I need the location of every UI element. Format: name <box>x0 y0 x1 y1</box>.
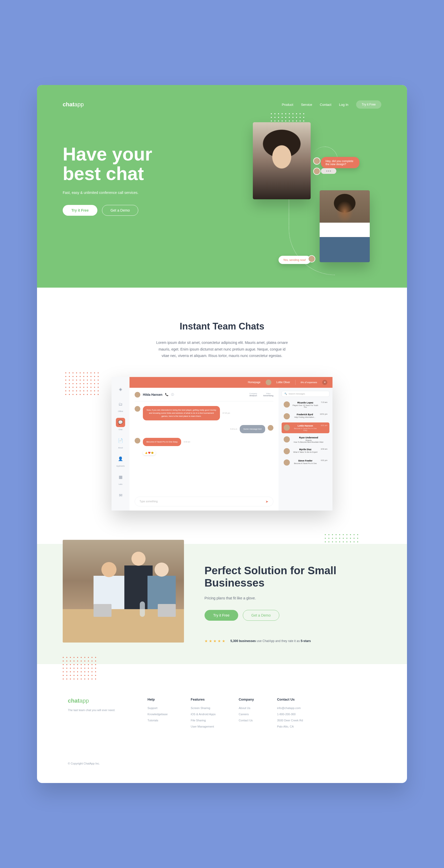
hero-buttons: Try it Free Get a Demo <box>63 205 181 216</box>
sidebar-icon: 📄 <box>116 436 125 445</box>
typing-indicator <box>321 168 336 174</box>
contact-item: Ryan UnderwoodRicardoHow To Become Best … <box>282 434 329 445</box>
sidebar-icon: 💬 <box>116 418 125 427</box>
avatar-icon <box>135 392 140 398</box>
contact-subtitle: Become A Travel Pro In One <box>292 463 319 464</box>
hero-demo-button[interactable]: Get a Demo <box>102 205 138 216</box>
logo-thin: app <box>80 698 89 704</box>
info-icon: ⓘ <box>171 393 174 397</box>
sidebar-icon: 🗂 <box>116 400 125 409</box>
footer-link[interactable]: About Us <box>239 707 254 710</box>
contact-subtitle: RicardoHow To Become Best Mountain Hiker <box>292 439 325 443</box>
nav-try-free-button[interactable]: Try it Free <box>356 100 381 108</box>
logo[interactable]: chatapp <box>63 101 84 108</box>
rating-count: 5,300 businesses <box>231 639 256 643</box>
label: Video <box>263 393 273 395</box>
message-time: 07:45 pm <box>223 412 230 414</box>
logo-bold: chat <box>63 101 74 107</box>
message-row: Now, if you are interested in being the … <box>135 406 273 421</box>
footer-link[interactable]: Support <box>147 707 168 710</box>
avatar-icon <box>284 401 290 408</box>
nav-service[interactable]: Service <box>301 103 312 106</box>
avatar-icon <box>284 459 290 466</box>
mockup-topbar: Homepage Lottie Oliver 8% of expenses ✕ <box>129 377 332 388</box>
avatar-icon <box>284 413 290 420</box>
topbar-homepage: Homepage <box>248 381 261 384</box>
footer: chatapp The last team chat you will ever… <box>37 664 407 783</box>
footer-col-title: Help <box>147 698 168 701</box>
footer-column: FeaturesScreen SharingiOS & Android Apps… <box>191 698 215 731</box>
hero-illustration: Hey, did you complete the new design? Ye… <box>222 113 381 278</box>
footer-link[interactable]: Screen Sharing <box>191 707 215 710</box>
contact-time: 8:56 am <box>321 448 327 454</box>
contact-time: 6:01 pm <box>321 459 327 466</box>
topbar-stat: 8% of expenses <box>301 381 317 384</box>
footer-col-title: Company <box>239 698 254 701</box>
footer-link[interactable]: Tutorials <box>147 719 168 722</box>
sidebar-label: Labs <box>118 483 122 485</box>
try-free-button[interactable]: Try it Free <box>205 610 238 621</box>
section3-buttons: Try it Free Get a Demo <box>205 610 381 621</box>
section3-title: Perfect Solution for Small Businesses <box>205 564 381 589</box>
footer-link[interactable]: iOS & Android Apps <box>191 713 215 716</box>
footer-link[interactable]: info@chatapp.com <box>277 707 303 710</box>
chat-pane: Hilda Hansen 📞 ⓘ CompanyAmazon VideoAdve… <box>129 388 278 510</box>
avatar-icon <box>266 379 271 385</box>
footer-column: CompanyAbout UsCareersContact Us <box>239 698 254 731</box>
section2-title: Instant Team Chats <box>63 321 381 332</box>
avatar-icon <box>313 168 320 175</box>
dots-decoration <box>65 372 96 395</box>
sidebar-label: About <box>118 447 123 448</box>
chat-bubble-reply: Yes, sending now! <box>278 256 310 264</box>
team-chats-section: Instant Team Chats Lorem ipsum dolor sit… <box>37 288 407 544</box>
footer-link[interactable]: 1-800-200-300 <box>277 713 303 716</box>
footer-link[interactable]: Contact Us <box>239 719 254 722</box>
contact-name: Myrtle Diaz <box>292 448 319 451</box>
footer-tagline: The last team chat you will ever need. <box>68 708 124 713</box>
hero-content: Have your best chat Fast, easy & unlimit… <box>63 145 181 216</box>
footer-columns: chatapp The last team chat you will ever… <box>68 698 376 731</box>
contacts-panel: 🔍Search messages Ricardo LopezPlayed Ove… <box>278 388 332 510</box>
contact-subtitle: Help Finding Information... <box>292 416 318 418</box>
footer-link[interactable]: User Management <box>191 725 215 728</box>
contact-time: 8:01 am <box>321 425 327 431</box>
demo-button[interactable]: Get a Demo <box>243 610 279 621</box>
message-bubble: Become A Travel Pro In One Easy <box>143 438 181 446</box>
hero-photo-1 <box>253 122 310 199</box>
contact-name: Lottie Hanson <box>292 425 319 427</box>
contact-item: Steve FowlerBecome A Travel Pro In One6:… <box>282 457 329 468</box>
copyright: © Copyright ChatApp Inc. <box>68 762 376 765</box>
contact-name: Ryan Underwood <box>292 436 325 439</box>
footer-col-title: Features <box>191 698 215 701</box>
hero-subtitle: Fast, easy & unlimited conference call s… <box>63 191 181 195</box>
office-photo <box>63 540 184 643</box>
nav-product[interactable]: Product <box>282 103 293 106</box>
hero-title: Have your best chat <box>63 145 181 183</box>
message-row: Some message text9:24 a.m <box>135 425 273 433</box>
contact-name: Steve Fowler <box>292 459 319 462</box>
nav-login[interactable]: Log In <box>339 103 348 106</box>
landing-page: chatapp Product Service Contact Log In T… <box>37 85 407 783</box>
avatar-icon <box>135 406 140 412</box>
sidebar-label: Applicants <box>116 465 125 467</box>
rating-row: ★★★★★ 5,300 businesses use ChatApp and t… <box>205 639 381 644</box>
message-time: 8:30 am <box>184 441 190 443</box>
message-stream: Now, if you are interested in being the … <box>135 401 273 497</box>
contact-subtitle: Become A Travel Pro In One Easy <box>292 428 319 431</box>
message-time: 9:24 a.m <box>230 428 237 430</box>
footer-column: Contact Usinfo@chatapp.com1-800-200-3003… <box>277 698 303 731</box>
chat-header: Hilda Hansen 📞 ⓘ CompanyAmazon VideoAdve… <box>135 392 273 401</box>
footer-link[interactable]: Careers <box>239 713 254 716</box>
avatar-icon <box>135 438 140 443</box>
close-icon: ✕ <box>322 380 327 385</box>
footer-link[interactable]: File Sharing <box>191 719 215 722</box>
footer-link[interactable]: Knowledgebase <box>147 713 168 716</box>
hero-section: chatapp Product Service Contact Log In T… <box>37 85 407 288</box>
footer-link[interactable]: Palo Alto, CA <box>277 725 303 728</box>
send-icon: ➤ <box>265 499 268 504</box>
sidebar-icon: ▦ <box>116 472 125 482</box>
sidebar-icon: ✉ <box>116 491 125 500</box>
nav-contact[interactable]: Contact <box>320 103 331 106</box>
footer-link[interactable]: 3500 Deer Creek Rd <box>277 719 303 722</box>
hero-try-free-button[interactable]: Try it Free <box>63 205 97 216</box>
